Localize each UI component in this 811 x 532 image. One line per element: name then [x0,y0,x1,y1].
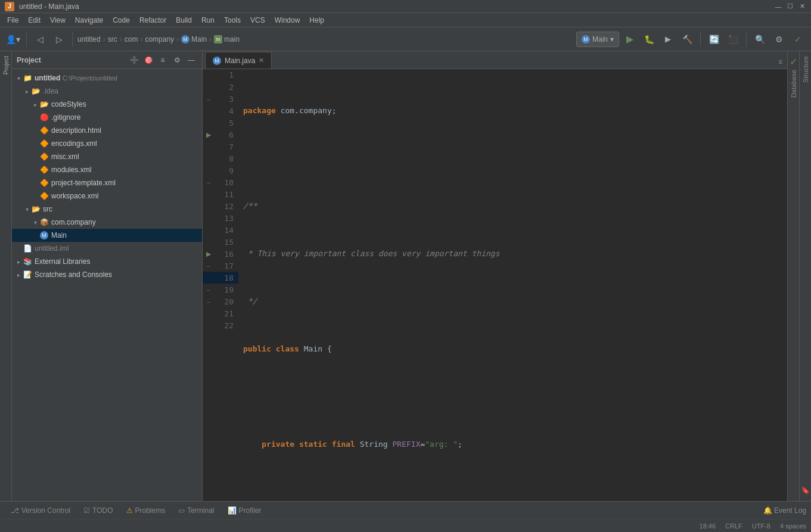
menu-bar: File Edit View Navigate Code Refactor Bu… [0,13,811,27]
bookmark-icon[interactable]: 🔖 [800,484,812,496]
code-editor[interactable]: 1 2 – 3 4 5 [203,69,787,501]
profiler-icon: 📊 [228,506,237,515]
tree-item-projecttemplate[interactable]: 🔶 project-template.xml [12,176,202,189]
run-gutter-6[interactable]: ▶ [203,129,215,141]
menu-run[interactable]: Run [197,14,219,26]
project-panel-toggle[interactable]: Project [0,54,12,77]
tab-todo-label: TODO [92,506,113,515]
vcs-widget[interactable]: ✓ [790,31,806,48]
gitignore-icon: 🔴 [39,113,49,122]
maximize-button[interactable]: ☐ [786,2,794,11]
minimize-button[interactable]: — [774,2,782,11]
menu-edit[interactable]: Edit [23,14,45,26]
settings-button[interactable]: ⚙ [171,54,183,66]
gutter-row-11: 11 [203,188,238,200]
run-button[interactable]: ▶ [622,31,638,48]
ext-libs-icon: 📚 [23,257,32,266]
fold-icon-19: – [203,284,215,295]
menu-navigate[interactable]: Navigate [70,14,108,26]
title-bar-left: J untitled - Main.java [5,2,79,11]
fold-icon-10[interactable]: – [203,176,215,188]
menu-build[interactable]: Build [171,14,197,26]
tree-item-modules[interactable]: 🔶 modules.xml [12,163,202,176]
cursor-position[interactable]: 18:46 [700,522,716,530]
breadcrumb-method[interactable]: mmain [214,35,240,43]
database-label[interactable]: Database [789,67,798,100]
indent-settings[interactable]: 4 spaces [780,522,806,530]
scroll-from-source-button[interactable]: 🎯 [142,54,154,66]
close-button[interactable]: ✕ [798,2,806,11]
tree-item-root[interactable]: ▾ 📁 untitled C:\Projects\untitled [12,71,202,85]
breadcrumb-main-class[interactable]: MMain [181,35,207,43]
gutter-row-12: 12 [203,200,238,212]
line-num-10: 10 [215,178,238,187]
tab-profiler[interactable]: 📊 Profiler [222,504,268,517]
checkmark-icon: ✓ [790,56,797,67]
tabs-more-button[interactable]: ≡ [776,55,785,69]
line-num-13: 13 [215,214,238,223]
forward-button[interactable]: ▷ [51,31,67,48]
code-line-5: */ [243,295,782,307]
toolbar-sep-3 [700,32,701,46]
run-gutter-16[interactable]: ▶ [203,248,215,260]
line-endings[interactable]: CRLF [725,522,742,530]
tree-item-codestyles[interactable]: ▸ 📂 codeStyles [12,98,202,111]
menu-code[interactable]: Code [108,14,135,26]
tree-item-scratches[interactable]: ▸ 📝 Scratches and Consoles [12,268,202,281]
fold-icon-3[interactable]: – [203,93,215,105]
tree-label-company: com.company [51,218,96,226]
back-button[interactable]: ◁ [32,31,48,48]
tree-label-gitignore: .gitignore [51,113,80,122]
tree-item-com-company[interactable]: ▾ 📦 com.company [12,216,202,229]
debug-button[interactable]: 🐛 [641,31,657,48]
tree-item-main-class[interactable]: M Main [12,229,202,242]
tree-item-iml[interactable]: 📄 untitled.iml [12,242,202,255]
run-config-selector[interactable]: M Main ▾ [576,32,619,47]
gutter-row-16: ▶ 16 [203,248,238,260]
breadcrumb-project[interactable]: untitled [77,35,101,43]
hide-button[interactable]: — [185,54,197,66]
tree-item-workspace[interactable]: 🔶 workspace.xml [12,189,202,203]
menu-file[interactable]: File [2,14,23,26]
search-everywhere-button[interactable]: 🔍 [751,31,768,48]
event-log-button[interactable]: 🔔 Event Log [763,506,806,515]
tab-version-control[interactable]: ⎇ Version Control [5,504,76,517]
tab-todo[interactable]: ☑ TODO [77,504,119,517]
menu-window[interactable]: Window [270,14,305,26]
tree-item-ext-libs[interactable]: ▸ 📚 External Libraries [12,255,202,268]
menu-view[interactable]: View [45,14,70,26]
encoding[interactable]: UTF-8 [752,522,770,530]
editor-tab-main[interactable]: M Main.java ✕ [205,52,272,69]
account-button[interactable]: 👤▾ [5,31,21,48]
menu-vcs[interactable]: VCS [246,14,270,26]
breadcrumb-src[interactable]: src [108,35,117,43]
breadcrumb-company[interactable]: company [145,35,174,43]
tab-terminal[interactable]: ▭ Terminal [172,504,220,517]
tree-item-src[interactable]: ▾ 📂 src [12,203,202,216]
code-content[interactable]: package com.company; /** * This very imp… [238,69,787,501]
tree-item-encodings[interactable]: 🔶 encodings.xml [12,137,202,150]
menu-refactor[interactable]: Refactor [135,14,171,26]
tab-problems[interactable]: ⚠ Problems [120,504,172,517]
collapse-all-button[interactable]: ≡ [157,54,169,66]
add-button[interactable]: ➕ [128,54,140,66]
sync-button[interactable]: 🔄 [706,31,722,48]
structure-label[interactable]: Structure [801,51,810,88]
stop-button[interactable]: ⬛ [725,31,741,48]
tree-item-description[interactable]: 🔶 description.html [12,124,202,137]
menu-tools[interactable]: Tools [219,14,246,26]
xml-icon-3: 🔶 [39,165,49,175]
tree-item-idea[interactable]: ▸ 📂 .idea [12,85,202,98]
menu-help[interactable]: Help [304,14,329,26]
gutter-row-4: 4 [203,105,238,117]
line-num-21: 21 [215,309,238,318]
settings-button[interactable]: ⚙ [770,31,787,48]
tree-item-misc[interactable]: 🔶 misc.xml [12,150,202,163]
line-num-14: 14 [215,226,238,235]
tree-item-gitignore[interactable]: 🔴 .gitignore [12,111,202,124]
breadcrumb-com[interactable]: com [125,35,138,43]
tab-close-main[interactable]: ✕ [259,57,264,64]
coverage-button[interactable]: ▶ [660,31,676,48]
build-button[interactable]: 🔨 [679,31,695,48]
line-num-9: 9 [215,166,238,175]
